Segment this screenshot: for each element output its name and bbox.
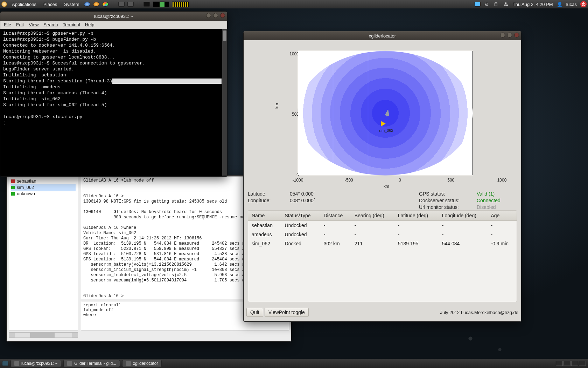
col-status[interactable]: Status/Type xyxy=(281,211,320,221)
menu-terminal[interactable]: Terminal xyxy=(63,22,80,27)
window-title: lucas@rzcp0931: ~ xyxy=(94,14,133,19)
system-menu[interactable]: System xyxy=(62,2,81,7)
col-lon[interactable]: Longitude (deg) xyxy=(439,211,488,221)
tree-item-sim062[interactable]: sim_062 xyxy=(11,184,76,191)
cell: - xyxy=(487,221,517,230)
cell: amadeus xyxy=(248,230,281,239)
task-glider-terminal[interactable]: Glider Terminal - glid... xyxy=(63,360,120,367)
col-bearing[interactable]: Bearing (deg) xyxy=(351,211,394,221)
notes-icon[interactable]: 🗒 xyxy=(493,1,499,7)
power-icon[interactable]: ⏻ xyxy=(580,1,587,7)
maximize-icon[interactable] xyxy=(507,33,512,38)
update-notifier-icon[interactable] xyxy=(474,1,481,7)
cell: - xyxy=(439,221,488,230)
table-row[interactable]: sebastianUndocked----- xyxy=(248,221,517,230)
network-icon[interactable]: 🖧 xyxy=(503,1,509,7)
show-desktop-icon[interactable] xyxy=(2,360,8,367)
clock[interactable]: Thu Aug 2, 4:20 PM xyxy=(513,2,553,7)
viewpoint-toggle-button[interactable]: ViewPoint toggle xyxy=(265,308,309,317)
launcher-icon[interactable] xyxy=(84,1,90,7)
cell: - xyxy=(439,230,488,239)
col-name[interactable]: Name xyxy=(248,211,281,221)
x-tick: 1000 xyxy=(497,178,507,183)
menu-edit[interactable]: Edit xyxy=(16,22,24,27)
places-menu[interactable]: Places xyxy=(41,2,59,7)
gnome-menu-icon[interactable] xyxy=(1,1,7,7)
cell: - xyxy=(351,230,394,239)
glider-tree[interactable]: sebastian sim_062 unknown xyxy=(9,176,78,331)
lon-label: Longitude: xyxy=(248,198,286,203)
gps-status-value: Valid (1) xyxy=(477,191,495,197)
close-icon[interactable] xyxy=(220,13,225,18)
radar-plot[interactable]: sim_062 xyxy=(298,51,473,175)
terminal-scrollbar[interactable] xyxy=(222,29,227,176)
lon-value: 008° 0.000´ xyxy=(290,198,315,203)
col-age[interactable]: Age xyxy=(487,211,517,221)
xgliderlocator-window[interactable]: xgliderlocator 1000 500 0 -500 -1000 km … xyxy=(243,31,522,322)
col-lat[interactable]: Latitude (deg) xyxy=(394,211,439,221)
launcher-icon[interactable] xyxy=(93,1,99,7)
applications-menu[interactable]: Applications xyxy=(10,2,38,7)
minimize-icon[interactable] xyxy=(500,33,505,38)
url-status-label: Url monitor status: xyxy=(419,204,473,210)
cpu-monitor-icon[interactable] xyxy=(153,1,169,7)
terminal-launcher-icon[interactable] xyxy=(144,1,150,7)
scroll-left-icon[interactable] xyxy=(9,333,15,338)
task-xgliderlocator[interactable]: xgliderlocator xyxy=(122,360,162,367)
net-monitor-icon[interactable] xyxy=(172,1,189,7)
dock-status-label: Dockserver status: xyxy=(419,198,473,203)
tree-scrollbar[interactable] xyxy=(9,332,78,338)
workspace-1[interactable] xyxy=(556,361,563,366)
menu-search[interactable]: Search xyxy=(43,22,58,27)
table-header-row: Name Status/Type Distance Bearing (deg) … xyxy=(248,211,517,221)
window-list-icon[interactable] xyxy=(118,1,125,7)
launcher-icon[interactable] xyxy=(102,1,108,7)
printer-icon[interactable]: 🖨 xyxy=(483,1,490,7)
workspace-4[interactable] xyxy=(579,361,586,366)
workspace-3[interactable] xyxy=(571,361,578,366)
close-icon[interactable] xyxy=(514,33,519,38)
terminal-menubar: File Edit View Search Terminal Help xyxy=(0,21,227,29)
window-title: xgliderlocator xyxy=(369,33,396,39)
tree-item-unknown[interactable]: unknown xyxy=(11,191,76,197)
workspace-2[interactable] xyxy=(564,361,570,366)
window-list-icon[interactable] xyxy=(127,1,134,7)
maximize-icon[interactable] xyxy=(213,13,218,18)
glider-table[interactable]: Name Status/Type Distance Bearing (deg) … xyxy=(248,210,517,302)
cell: - xyxy=(320,230,351,239)
minimize-icon[interactable] xyxy=(206,13,211,18)
user-name[interactable]: lucas xyxy=(566,2,577,7)
tree-item-sebastian[interactable]: sebastian xyxy=(11,178,76,184)
cell: sim_062 xyxy=(248,239,281,248)
dock-status-value: Connected xyxy=(477,198,500,203)
task-terminal[interactable]: lucas@rzcp0931: ~ xyxy=(10,360,61,367)
terminal-titlebar[interactable]: lucas@rzcp0931: ~ xyxy=(0,12,227,21)
cell: Undocked xyxy=(281,230,320,239)
table-row[interactable]: sim_062Docked302 km2115139.195544.084-0.… xyxy=(248,239,517,248)
task-label: xgliderlocator xyxy=(133,361,158,366)
x-axis-ticks: -1000 -500 0 500 1000 xyxy=(298,178,502,185)
workspace-switcher[interactable] xyxy=(556,361,586,366)
terminal-window[interactable]: lucas@rzcp0931: ~ File Edit View Search … xyxy=(0,11,227,177)
menu-view[interactable]: View xyxy=(29,22,38,27)
scroll-right-icon[interactable] xyxy=(72,333,78,338)
table-row[interactable]: amadeusUndocked----- xyxy=(248,230,517,239)
xloc-titlebar[interactable]: xgliderlocator xyxy=(244,31,521,40)
menu-file[interactable]: File xyxy=(4,22,11,27)
lat-value: 054° 0.000´ xyxy=(290,191,315,197)
x-tick: -1000 xyxy=(293,178,303,183)
x-tick: -500 xyxy=(345,178,353,183)
y-axis-label: km xyxy=(274,103,279,109)
col-distance[interactable]: Distance xyxy=(320,211,351,221)
cell: 211 xyxy=(351,239,394,248)
task-label: Glider Terminal - glid... xyxy=(74,361,116,366)
url-status-value: Disabled xyxy=(477,204,496,210)
menu-help[interactable]: Help xyxy=(85,22,94,27)
cell: - xyxy=(394,230,439,239)
terminal-output[interactable]: lucas@rzcp0931:~$ gpsserver.py -blucas@r… xyxy=(1,29,226,176)
cell: - xyxy=(487,230,517,239)
quit-button[interactable]: Quit xyxy=(246,308,263,317)
scroll-thumb[interactable] xyxy=(30,333,55,338)
gnome-top-panel: Applications Places System 🖨 🗒 🖧 Thu Aug… xyxy=(0,0,588,8)
tree-label: sebastian xyxy=(17,178,36,184)
